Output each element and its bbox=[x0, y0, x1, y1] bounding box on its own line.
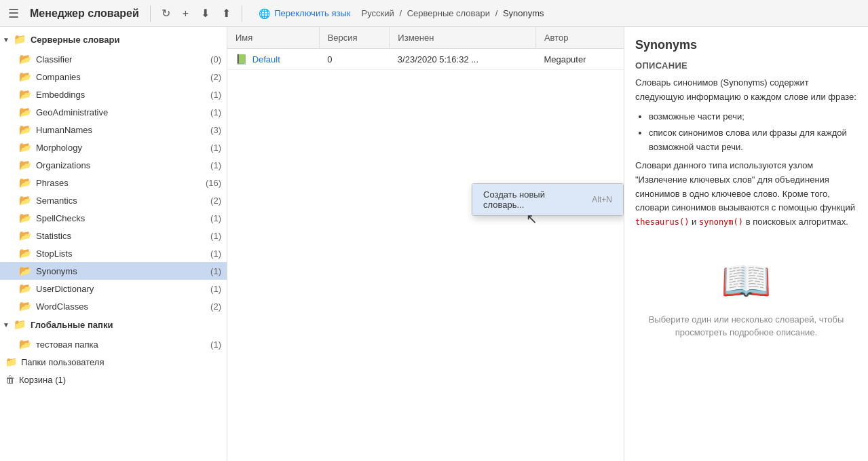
folder-icon: 📂 bbox=[19, 177, 32, 189]
context-menu[interactable]: Создать новый словарь... Alt+N bbox=[472, 183, 624, 216]
folder-icon: 📂 bbox=[19, 124, 32, 136]
sidebar-item-count: (2) bbox=[210, 196, 221, 206]
right-panel-bottom: 📖 Выберите один или несколько словарей, … bbox=[635, 257, 857, 339]
sidebar-group-global-header[interactable]: ▼ 📁 Глобальные папки bbox=[0, 315, 227, 334]
sidebar-group-server-label: Серверные словари bbox=[31, 35, 120, 45]
sidebar-item-organizations[interactable]: 📂 Organizations (1) bbox=[0, 156, 227, 174]
desc-list-item-2: список синонимов слова или фразы для каж… bbox=[649, 126, 857, 155]
sidebar-item-global-тестовая-папка[interactable]: 📂 тестовая папка (1) bbox=[0, 335, 227, 353]
sidebar-group-server: ▼ 📁 Серверные словари 📂 Classifier (0) 📂… bbox=[0, 30, 227, 315]
chevron-down-icon: ▼ bbox=[3, 36, 10, 43]
sidebar-item-count: (3) bbox=[210, 125, 221, 135]
sidebar-item-userdictionary[interactable]: 📂 UserDictionary (1) bbox=[0, 280, 227, 297]
folder-icon: 📁 bbox=[14, 33, 26, 45]
sidebar-item-humannames[interactable]: 📂 HumanNames (3) bbox=[0, 121, 227, 139]
folder-icon: 📂 bbox=[19, 300, 32, 312]
folder-icon: 📂 bbox=[19, 53, 32, 65]
folder-icon: 📂 bbox=[19, 229, 32, 242]
book-icon: 📖 bbox=[721, 257, 772, 305]
sidebar-item-label: Embeddings bbox=[36, 90, 206, 100]
desc-list: возможные части речи; список синонимов с… bbox=[649, 110, 857, 155]
row-modified: 3/23/2020 5:16:32 ... bbox=[390, 49, 536, 70]
sidebar-item-geoadministrative[interactable]: 📂 GeoAdministrative (1) bbox=[0, 103, 227, 121]
sidebar-item-count: (1) bbox=[210, 266, 221, 276]
lang-icon: 🌐 bbox=[259, 8, 270, 19]
trash-icon: 🗑 bbox=[5, 374, 15, 385]
table-row[interactable]: 📗 Default 0 3/23/2020 5:16:32 ... Megapu… bbox=[227, 49, 624, 70]
sidebar-item-count: (2) bbox=[210, 72, 221, 82]
row-name: 📗 Default bbox=[227, 49, 319, 70]
sidebar-item-label: Statistics bbox=[36, 231, 206, 241]
breadcrumb-sep1: / bbox=[399, 8, 402, 18]
folder-icon: 📂 bbox=[19, 71, 32, 83]
sidebar-item-label: WordClasses bbox=[36, 301, 206, 312]
sidebar-item-label: Synonyms bbox=[36, 266, 206, 276]
sidebar-item-phrases[interactable]: 📂 Phrases (16) bbox=[0, 174, 227, 191]
desc-list-item-1: возможные части речи; bbox=[649, 110, 857, 124]
sidebar-item-label: HumanNames bbox=[36, 125, 206, 135]
sidebar-item-count: (1) bbox=[210, 107, 221, 117]
col-name: Имя bbox=[227, 27, 319, 49]
sidebar-user-folders[interactable]: 📁 Папки пользователя bbox=[0, 353, 227, 371]
breadcrumb-part3: Synonyms bbox=[503, 8, 544, 18]
sidebar-item-count: (1) bbox=[210, 248, 221, 259]
col-modified: Изменен bbox=[390, 27, 536, 49]
sidebar: ▼ 📁 Серверные словари 📂 Classifier (0) 📂… bbox=[0, 27, 227, 461]
dict-link[interactable]: Default bbox=[252, 54, 280, 64]
sidebar-item-wordclasses[interactable]: 📂 WordClasses (2) bbox=[0, 297, 227, 315]
folder-icon: 📂 bbox=[19, 159, 32, 171]
sidebar-item-label: тестовая папка bbox=[36, 339, 206, 350]
add-button[interactable]: + bbox=[177, 4, 194, 22]
sidebar-item-label: Classifier bbox=[36, 54, 206, 64]
folder-icon: 📂 bbox=[19, 212, 32, 224]
sidebar-item-spellchecks[interactable]: 📂 SpellChecks (1) bbox=[0, 209, 227, 227]
sidebar-group-server-header[interactable]: ▼ 📁 Серверные словари bbox=[0, 30, 227, 49]
folder-icon-global: 📁 bbox=[14, 318, 26, 331]
hint-text: Выберите один или несколько словарей, чт… bbox=[635, 313, 857, 339]
sidebar-item-count: (1) bbox=[210, 90, 221, 100]
create-new-dict-menu-item[interactable]: Создать новый словарь... Alt+N bbox=[472, 184, 623, 215]
sidebar-item-count: (2) bbox=[210, 301, 221, 312]
sidebar-item-count: (1) bbox=[210, 143, 221, 153]
lang-label: Переключить язык bbox=[274, 8, 350, 18]
code-synonym: synonym() bbox=[699, 217, 743, 227]
sidebar-group-global-label: Глобальные папки bbox=[31, 320, 113, 330]
right-panel-desc-heading: Описание bbox=[635, 60, 857, 71]
folder-icon: 📂 bbox=[19, 194, 32, 206]
table-body: 📗 Default 0 3/23/2020 5:16:32 ... Megapu… bbox=[227, 49, 624, 70]
download-button[interactable]: ⬇ bbox=[195, 4, 215, 22]
menu-icon[interactable]: ☰ bbox=[5, 3, 22, 24]
folder-icon: 📂 bbox=[19, 88, 32, 100]
sidebar-item-count: (1) bbox=[210, 213, 221, 223]
breadcrumb-part1[interactable]: Русский bbox=[362, 8, 394, 18]
breadcrumb: Русский / Серверные словари / Synonyms bbox=[362, 8, 544, 18]
sidebar-item-count: (16) bbox=[206, 178, 221, 188]
sidebar-item-count: (1) bbox=[210, 284, 221, 294]
sidebar-item-statistics[interactable]: 📂 Statistics (1) bbox=[0, 227, 227, 244]
switch-language-button[interactable]: 🌐 Переключить язык bbox=[259, 8, 350, 19]
sidebar-group-global: ▼ 📁 Глобальные папки 📂 тестовая папка (1… bbox=[0, 315, 227, 353]
sidebar-item-morphology[interactable]: 📂 Morphology (1) bbox=[0, 139, 227, 156]
user-folder-icon: 📁 bbox=[5, 356, 17, 367]
sidebar-item-semantics[interactable]: 📂 Semantics (2) bbox=[0, 191, 227, 209]
folder-icon: 📂 bbox=[19, 106, 32, 118]
sidebar-trash[interactable]: 🗑 Корзина (1) bbox=[0, 371, 227, 388]
sidebar-item-embeddings[interactable]: 📂 Embeddings (1) bbox=[0, 86, 227, 103]
topbar-divider2 bbox=[242, 5, 242, 22]
topbar-actions: ↻ + ⬇ ⬆ bbox=[156, 4, 236, 22]
sidebar-item-classifier[interactable]: 📂 Classifier (0) bbox=[0, 50, 227, 68]
refresh-button[interactable]: ↻ bbox=[156, 4, 176, 22]
table-header: Имя Версия Изменен Автор bbox=[227, 27, 624, 49]
right-panel: Synonyms Описание Словарь синонимов (Syn… bbox=[624, 27, 868, 461]
sidebar-item-synonyms[interactable]: 📂 Synonyms (1) bbox=[0, 262, 227, 280]
upload-button[interactable]: ⬆ bbox=[216, 4, 236, 22]
layout: ▼ 📁 Серверные словари 📂 Classifier (0) 📂… bbox=[0, 27, 868, 461]
sidebar-item-companies[interactable]: 📂 Companies (2) bbox=[0, 68, 227, 86]
breadcrumb-part2[interactable]: Серверные словари bbox=[407, 8, 490, 18]
col-author: Автор bbox=[535, 27, 624, 49]
sidebar-item-label: UserDictionary bbox=[36, 284, 206, 294]
sidebar-item-stoplists[interactable]: 📂 StopLists (1) bbox=[0, 244, 227, 262]
sidebar-item-count: (0) bbox=[210, 54, 221, 64]
code-thesaurus: thesaurus() bbox=[635, 217, 689, 227]
sidebar-item-label: Companies bbox=[36, 72, 206, 82]
